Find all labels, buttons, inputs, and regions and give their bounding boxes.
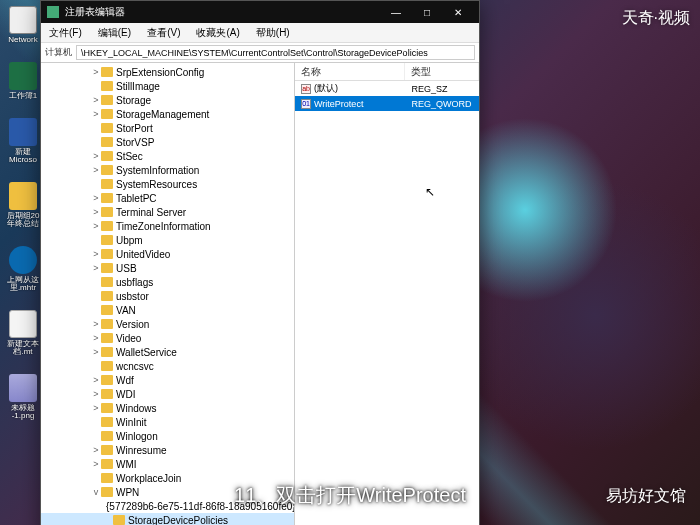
folder-icon <box>113 515 125 525</box>
list-row[interactable]: ab(默认)REG_SZ <box>295 81 479 96</box>
folder-icon <box>101 263 113 273</box>
tree-expand-icon[interactable]: > <box>91 333 101 343</box>
tree-node[interactable]: >WDI <box>41 387 294 401</box>
menu-item[interactable]: 收藏夹(A) <box>188 23 247 42</box>
tree-label: TimeZoneInformation <box>116 221 211 232</box>
folder-icon <box>101 347 113 357</box>
tree-label: usbflags <box>116 277 153 288</box>
column-header[interactable]: 名称 <box>295 63 405 80</box>
tree-node[interactable]: StorVSP <box>41 135 294 149</box>
folder-icon <box>101 123 113 133</box>
folder-icon <box>101 221 113 231</box>
tree-node[interactable]: VAN <box>41 303 294 317</box>
tree-label: WalletService <box>116 347 177 358</box>
tree-expand-icon[interactable]: > <box>91 67 101 77</box>
maximize-button[interactable]: □ <box>412 3 442 21</box>
tree-node[interactable]: >StorageManagement <box>41 107 294 121</box>
tree-node[interactable]: >Version <box>41 317 294 331</box>
tree-expand-icon[interactable]: > <box>91 221 101 231</box>
tree-expand-icon[interactable]: > <box>91 109 101 119</box>
menu-item[interactable]: 查看(V) <box>139 23 188 42</box>
desktop-icon[interactable]: 工作簿1 <box>4 62 42 100</box>
list-pane[interactable]: 名称类型 ab(默认)REG_SZ01WriteProtectREG_QWORD <box>295 63 479 525</box>
address-label: 计算机 <box>45 46 72 59</box>
menu-item[interactable]: 帮助(H) <box>248 23 298 42</box>
tree-node[interactable]: >Video <box>41 331 294 345</box>
desktop-icon[interactable]: 后期组20 年终总结 <box>4 182 42 228</box>
tree-label: WinInit <box>116 417 147 428</box>
tree-node[interactable]: >Wdf <box>41 373 294 387</box>
tree-node[interactable]: usbflags <box>41 275 294 289</box>
folder-icon <box>101 333 113 343</box>
tree-expand-icon[interactable]: > <box>91 319 101 329</box>
tree-expand-icon[interactable]: > <box>91 165 101 175</box>
tree-expand-icon[interactable]: > <box>91 263 101 273</box>
tree-expand-icon[interactable]: > <box>91 375 101 385</box>
tree-node[interactable]: WinInit <box>41 415 294 429</box>
tree-node[interactable]: usbstor <box>41 289 294 303</box>
tree-expand-icon[interactable]: > <box>91 249 101 259</box>
desktop-icon[interactable]: 未标题 -1.png <box>4 374 42 420</box>
watermark-top-right: 天奇·视频 <box>622 8 690 29</box>
folder-icon <box>101 193 113 203</box>
minimize-button[interactable]: — <box>381 3 411 21</box>
value-type-cell: REG_SZ <box>405 84 479 94</box>
tree-node[interactable]: >USB <box>41 261 294 275</box>
desktop-icon[interactable]: Network <box>4 6 42 44</box>
tree-label: Ubpm <box>116 235 143 246</box>
tree-expand-icon[interactable]: > <box>91 207 101 217</box>
tree-label: WPN <box>116 487 139 498</box>
tree-node[interactable]: StorPort <box>41 121 294 135</box>
tree-label: Storage <box>116 95 151 106</box>
tree-node[interactable]: StillImage <box>41 79 294 93</box>
folder-icon <box>101 375 113 385</box>
tree-expand-icon[interactable]: > <box>91 95 101 105</box>
tree-expand-icon[interactable]: > <box>91 445 101 455</box>
tree-node[interactable]: >Terminal Server <box>41 205 294 219</box>
tree-node[interactable]: >Windows <box>41 401 294 415</box>
address-input[interactable] <box>76 45 475 60</box>
menu-item[interactable]: 文件(F) <box>41 23 90 42</box>
tree-node[interactable]: Ubpm <box>41 233 294 247</box>
tree-expand-icon[interactable]: > <box>91 193 101 203</box>
list-row[interactable]: 01WriteProtectREG_QWORD <box>295 96 479 111</box>
tree-expand-icon[interactable]: > <box>91 459 101 469</box>
tree-node[interactable]: >WalletService <box>41 345 294 359</box>
tree-node[interactable]: StorageDevicePolicies <box>41 513 294 525</box>
tree-node[interactable]: wcncsvc <box>41 359 294 373</box>
tree-node[interactable]: >TimeZoneInformation <box>41 219 294 233</box>
desktop-icon[interactable]: 上网从这 里.mhtr <box>4 246 42 292</box>
tree-expand-icon[interactable]: > <box>91 403 101 413</box>
desktop-icon[interactable]: 新建 Microso <box>4 118 42 164</box>
tree-node[interactable]: >SystemInformation <box>41 163 294 177</box>
tree-expand-icon[interactable]: > <box>91 151 101 161</box>
tree-label: StorageManagement <box>116 109 209 120</box>
close-button[interactable]: ✕ <box>443 3 473 21</box>
desktop-icon-label: 工作簿1 <box>9 92 37 100</box>
value-name-cell: 01WriteProtect <box>295 99 405 109</box>
tree-label: WDI <box>116 389 135 400</box>
tree-expand-icon[interactable]: v <box>91 487 101 497</box>
tree-expand-icon[interactable]: > <box>91 347 101 357</box>
tree-label: StorPort <box>116 123 153 134</box>
titlebar[interactable]: 注册表编辑器 — □ ✕ <box>41 1 479 23</box>
tree-node[interactable]: >TabletPC <box>41 191 294 205</box>
tree-node[interactable]: >WMI <box>41 457 294 471</box>
tree-node[interactable]: >StSec <box>41 149 294 163</box>
tree-node[interactable]: >Storage <box>41 93 294 107</box>
tree-label: SystemResources <box>116 179 197 190</box>
tree-node[interactable]: >Winresume <box>41 443 294 457</box>
video-caption: 11、双击打开WriteProtect <box>234 482 466 509</box>
tree-expand-icon[interactable]: > <box>91 389 101 399</box>
tree-pane[interactable]: >SrpExtensionConfigStillImage>Storage>St… <box>41 63 295 525</box>
tree-node[interactable]: Winlogon <box>41 429 294 443</box>
tree-node[interactable]: >SrpExtensionConfig <box>41 65 294 79</box>
value-type-icon: 01 <box>301 99 311 109</box>
menu-item[interactable]: 编辑(E) <box>90 23 139 42</box>
tree-node[interactable]: SystemResources <box>41 177 294 191</box>
desktop-icon-label: 上网从这 里.mhtr <box>4 276 42 292</box>
column-header[interactable]: 类型 <box>405 63 479 80</box>
desktop-icon[interactable]: 新建文本 档.mt <box>4 310 42 356</box>
tree-node[interactable]: >UnitedVideo <box>41 247 294 261</box>
folder-icon <box>101 151 113 161</box>
